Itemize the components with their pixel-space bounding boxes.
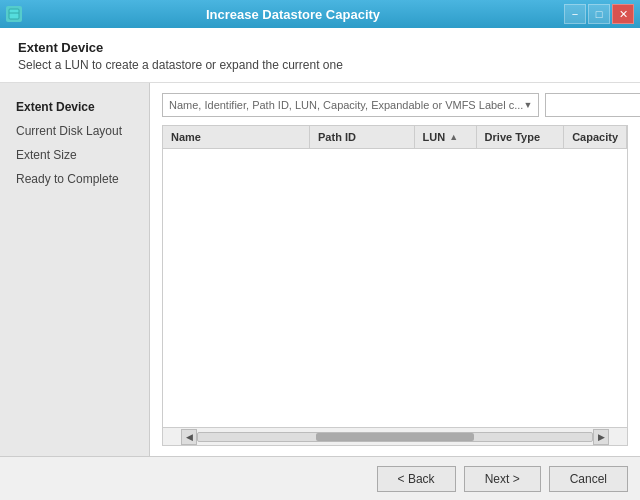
sidebar-item-extent-device[interactable]: Extent Device (0, 95, 149, 119)
sidebar-item-extent-size[interactable]: Extent Size (0, 143, 149, 167)
sidebar: Extent Device Current Disk Layout Extent… (0, 83, 150, 456)
filter-dropdown-text: Name, Identifier, Path ID, LUN, Capacity… (169, 99, 523, 111)
dialog-header: Extent Device Select a LUN to create a d… (0, 28, 640, 83)
table-body (163, 149, 627, 427)
table-header: Name Path ID LUN ▲ Drive Type Capacity (163, 126, 627, 149)
column-header-path-id[interactable]: Path ID (310, 126, 415, 148)
filter-bar: Name, Identifier, Path ID, LUN, Capacity… (162, 93, 628, 117)
maximize-button[interactable]: □ (588, 4, 610, 24)
scrollbar-track[interactable] (197, 432, 593, 442)
scroll-right-arrow[interactable]: ▶ (593, 429, 609, 445)
scroll-left-arrow[interactable]: ◀ (181, 429, 197, 445)
app-icon (6, 6, 22, 22)
title-bar: Increase Datastore Capacity − □ ✕ (0, 0, 640, 28)
sidebar-item-current-disk-layout[interactable]: Current Disk Layout (0, 119, 149, 143)
data-table: Name Path ID LUN ▲ Drive Type Capacity (162, 125, 628, 446)
column-header-name[interactable]: Name (163, 126, 310, 148)
horizontal-scrollbar[interactable]: ◀ ▶ (163, 427, 627, 445)
header-subtitle: Select a LUN to create a datastore or ex… (18, 58, 622, 72)
close-button[interactable]: ✕ (612, 4, 634, 24)
column-header-drive-type[interactable]: Drive Type (477, 126, 565, 148)
back-button[interactable]: < Back (377, 466, 456, 492)
filter-input[interactable] (545, 93, 640, 117)
scrollbar-thumb[interactable] (316, 433, 474, 441)
filter-dropdown[interactable]: Name, Identifier, Path ID, LUN, Capacity… (162, 93, 539, 117)
main-panel: Name, Identifier, Path ID, LUN, Capacity… (150, 83, 640, 456)
sidebar-item-ready-to-complete[interactable]: Ready to Complete (0, 167, 149, 191)
dialog-content: Extent Device Current Disk Layout Extent… (0, 83, 640, 456)
window-title: Increase Datastore Capacity (22, 7, 564, 22)
cancel-button[interactable]: Cancel (549, 466, 628, 492)
window-controls: − □ ✕ (564, 4, 634, 24)
column-header-lun[interactable]: LUN ▲ (415, 126, 477, 148)
column-header-capacity[interactable]: Capacity (564, 126, 627, 148)
header-title: Extent Device (18, 40, 622, 55)
filter-dropdown-arrow: ▼ (523, 100, 532, 110)
minimize-button[interactable]: − (564, 4, 586, 24)
dialog-body: Extent Device Select a LUN to create a d… (0, 28, 640, 500)
lun-sort-icon: ▲ (449, 132, 458, 142)
dialog-footer: < Back Next > Cancel (0, 456, 640, 500)
svg-rect-0 (9, 9, 19, 19)
next-button[interactable]: Next > (464, 466, 541, 492)
